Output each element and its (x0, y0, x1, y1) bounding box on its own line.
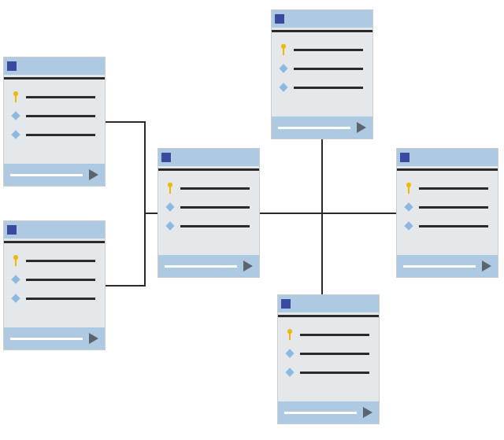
key-icon (405, 183, 413, 194)
row-line (26, 298, 95, 300)
card-titlebar (4, 57, 105, 75)
card-row-field (12, 106, 95, 125)
play-icon[interactable] (482, 261, 491, 272)
titlebar-square-icon (275, 14, 284, 24)
play-icon[interactable] (89, 169, 98, 180)
card-row-key (286, 325, 369, 344)
row-line (300, 353, 369, 355)
titlebar-square-icon (161, 153, 171, 162)
card-row-field (12, 270, 95, 289)
diamond-icon (166, 220, 174, 231)
card-titlebar (272, 10, 372, 28)
diamond-icon (286, 367, 294, 378)
play-icon[interactable] (357, 122, 366, 133)
row-line (294, 87, 363, 89)
card-body (397, 171, 498, 242)
card-titlebar (278, 295, 379, 312)
db-card-3 (158, 148, 260, 278)
diamond-icon (166, 202, 174, 213)
db-card-1 (3, 57, 106, 187)
card-titlebar (397, 149, 498, 166)
connector-right-mid-h (260, 213, 396, 214)
titlebar-square-icon (400, 153, 410, 162)
titlebar-square-icon (7, 225, 17, 235)
card-row-key (405, 179, 488, 198)
card-row-field (166, 198, 250, 216)
row-line (300, 334, 369, 336)
connector-left-v (144, 121, 146, 287)
db-card-5 (277, 294, 380, 424)
diamond-icon (405, 220, 413, 231)
key-icon (286, 329, 294, 340)
play-icon[interactable] (243, 261, 253, 272)
card-footer (158, 255, 259, 277)
footer-line (278, 127, 350, 129)
play-icon[interactable] (363, 407, 372, 418)
connector-right-v (321, 139, 323, 294)
card-footer (397, 255, 498, 277)
card-row-field (12, 289, 95, 308)
row-line (294, 68, 363, 70)
row-line (300, 372, 369, 374)
card-row-key (12, 251, 95, 270)
footer-line (284, 412, 357, 414)
card-body (4, 79, 105, 150)
card-row-field (405, 198, 488, 216)
key-icon (280, 44, 287, 55)
db-card-2 (3, 220, 106, 350)
card-row-field (286, 344, 369, 363)
key-icon (12, 255, 20, 266)
row-line (419, 225, 488, 227)
row-line (180, 206, 250, 209)
card-body (272, 32, 372, 103)
key-icon (166, 183, 174, 194)
card-footer (4, 327, 105, 349)
footer-line (10, 174, 83, 176)
footer-line (403, 265, 476, 268)
connector-left-top-h (106, 121, 146, 123)
diamond-icon (405, 202, 413, 213)
diamond-icon (280, 63, 287, 74)
diamond-icon (280, 82, 287, 93)
row-line (294, 49, 363, 51)
card-titlebar (158, 149, 259, 166)
row-line (26, 115, 95, 117)
card-body (4, 243, 105, 314)
card-row-field (286, 363, 369, 382)
card-row-key (166, 179, 250, 198)
card-row-field (166, 216, 250, 235)
connector-left-bottom-h (106, 285, 146, 287)
row-line (180, 225, 250, 227)
row-line (419, 206, 488, 209)
card-row-field (280, 78, 363, 97)
card-row-field (280, 59, 363, 78)
footer-line (10, 338, 83, 340)
row-line (419, 187, 488, 190)
card-footer (272, 116, 372, 139)
card-body (278, 317, 379, 388)
card-footer (4, 164, 105, 186)
play-icon[interactable] (89, 333, 98, 344)
diamond-icon (12, 274, 20, 285)
row-line (26, 96, 95, 98)
card-titlebar (4, 221, 105, 238)
card-row-key (280, 40, 363, 59)
diamond-icon (286, 348, 294, 359)
titlebar-square-icon (281, 299, 291, 309)
card-body (158, 171, 259, 242)
row-line (26, 279, 95, 281)
key-icon (12, 91, 20, 102)
connector-left-mid-h (144, 213, 158, 214)
titlebar-square-icon (7, 61, 17, 71)
card-row-key (12, 87, 95, 106)
db-card-4 (271, 9, 373, 139)
db-card-6 (396, 148, 498, 278)
row-line (180, 187, 250, 190)
diamond-icon (12, 129, 20, 140)
card-footer (278, 401, 379, 423)
card-row-field (12, 125, 95, 144)
footer-line (165, 265, 237, 268)
row-line (26, 134, 95, 136)
diamond-icon (12, 293, 20, 304)
card-row-field (405, 216, 488, 235)
